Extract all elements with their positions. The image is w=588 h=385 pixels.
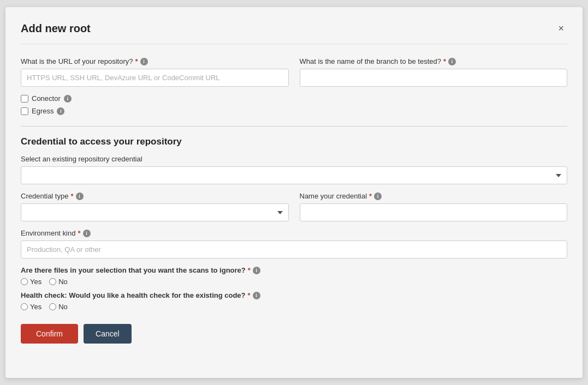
scans-no-option[interactable]: No: [49, 278, 68, 286]
existing-credential-select[interactable]: [21, 166, 567, 184]
environment-kind-required: *: [78, 229, 80, 237]
section-divider: [21, 126, 567, 127]
repo-url-group: What is the URL of your repository? * i: [21, 57, 289, 87]
scans-question-group: Are there files in your selection that y…: [21, 266, 567, 286]
connector-label: Conector: [32, 94, 61, 103]
confirm-button[interactable]: Confirm: [21, 324, 78, 344]
health-check-yes-option[interactable]: Yes: [21, 303, 41, 311]
repo-url-required: *: [135, 57, 138, 65]
credential-name-group: Name your credential * i: [300, 192, 568, 221]
health-check-yes-label: Yes: [30, 303, 41, 311]
health-check-yes-radio[interactable]: [21, 303, 28, 310]
credential-type-name-row: Credential type * i Name your credential…: [21, 192, 567, 221]
egress-row: Egress i: [21, 107, 567, 115]
egress-label: Egress: [32, 107, 54, 115]
repo-branch-row: What is the URL of your repository? * i …: [21, 57, 567, 87]
health-check-no-label: No: [58, 303, 68, 311]
credential-name-label: Name your credential * i: [300, 192, 568, 200]
branch-info-icon[interactable]: i: [448, 58, 456, 65]
health-check-required: *: [248, 291, 251, 299]
credential-name-info-icon[interactable]: i: [374, 192, 382, 200]
modal-container: Add new root × What is the URL of your r…: [5, 7, 583, 378]
footer-buttons: Confirm Cancel: [21, 324, 567, 344]
environment-kind-input[interactable]: [21, 240, 567, 258]
scans-required: *: [248, 266, 251, 274]
egress-info-icon[interactable]: i: [57, 107, 64, 115]
existing-credential-label: Select an existing repository credential: [21, 155, 567, 163]
environment-kind-info-icon[interactable]: i: [83, 230, 91, 237]
modal-title: Add new root: [21, 22, 91, 35]
credential-type-group: Credential type * i: [21, 192, 289, 221]
health-check-question-group: Health check: Would you like a health ch…: [21, 291, 567, 311]
scans-yes-label: Yes: [30, 278, 41, 286]
health-check-no-option[interactable]: No: [49, 303, 68, 311]
credential-type-select[interactable]: [21, 203, 289, 221]
checkbox-section: Conector i Egress i: [21, 94, 567, 115]
credential-name-input[interactable]: [300, 203, 568, 221]
branch-name-input[interactable]: [300, 69, 568, 87]
egress-checkbox[interactable]: [21, 107, 28, 115]
health-check-radio-group: Yes No: [21, 303, 567, 311]
credential-type-info-icon[interactable]: i: [76, 192, 84, 200]
cancel-button[interactable]: Cancel: [84, 324, 132, 344]
health-check-info-icon[interactable]: i: [253, 292, 260, 299]
credential-name-required: *: [369, 192, 372, 200]
environment-kind-label: Environment kind * i: [21, 229, 567, 237]
scans-no-radio[interactable]: [49, 278, 56, 285]
connector-row: Conector i: [21, 94, 567, 103]
branch-name-group: What is the name of the branch to be tes…: [300, 57, 568, 87]
repo-url-label: What is the URL of your repository? * i: [21, 57, 289, 65]
scans-question-label: Are there files in your selection that y…: [21, 266, 567, 274]
scans-yes-option[interactable]: Yes: [21, 278, 41, 286]
health-check-no-radio[interactable]: [49, 303, 56, 310]
scans-yes-radio[interactable]: [21, 278, 28, 285]
scans-no-label: No: [58, 278, 68, 286]
close-button[interactable]: ×: [555, 22, 567, 34]
repo-url-info-icon[interactable]: i: [140, 58, 148, 65]
health-check-question-label: Health check: Would you like a health ch…: [21, 291, 567, 299]
modal-header: Add new root ×: [21, 22, 567, 44]
existing-credential-group: Select an existing repository credential: [21, 155, 567, 184]
scans-radio-group: Yes No: [21, 278, 567, 286]
connector-info-icon[interactable]: i: [64, 95, 72, 103]
branch-name-label: What is the name of the branch to be tes…: [300, 57, 568, 65]
credential-section-title: Credential to access your repository: [21, 136, 567, 147]
credential-type-required: *: [70, 192, 73, 200]
credential-type-label: Credential type * i: [21, 192, 289, 200]
repo-url-input[interactable]: [21, 69, 289, 87]
branch-required: *: [443, 57, 446, 65]
scans-info-icon[interactable]: i: [253, 267, 260, 274]
environment-kind-group: Environment kind * i: [21, 229, 567, 258]
connector-checkbox[interactable]: [21, 95, 28, 103]
credential-section: Credential to access your repository Sel…: [21, 136, 567, 311]
